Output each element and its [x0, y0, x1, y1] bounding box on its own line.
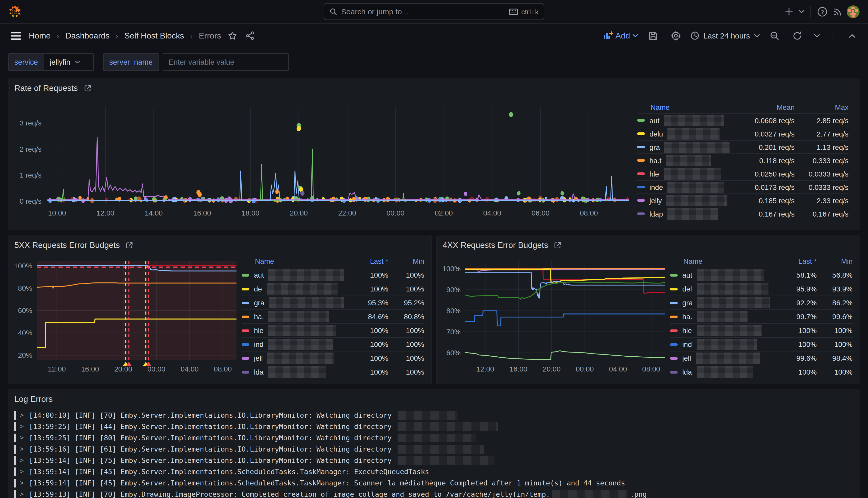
- user-avatar[interactable]: [845, 4, 861, 19]
- log-line[interactable]: > [13:59:25] [INF] [44] Emby.Server.Impl…: [14, 421, 854, 432]
- legend-row: lda 100% 100%: [670, 365, 853, 379]
- legend-value-1: 100%: [348, 271, 388, 279]
- legend-series-name[interactable]: inde: [637, 181, 736, 193]
- panel-title-text: Rate of Requests: [14, 84, 78, 93]
- redacted-text: [398, 433, 476, 442]
- log-line[interactable]: > [13:59:25] [INF] [80] Emby.Server.Impl…: [14, 432, 854, 443]
- legend-col-1[interactable]: Mean: [736, 103, 794, 111]
- redacted-text: [267, 353, 334, 364]
- legend-value-1: 0.201 req/s: [736, 143, 794, 151]
- log-line[interactable]: > [13:59:14] [INF] [45] Emby.Server.Impl…: [14, 466, 854, 477]
- legend-row: ind 100% 100%: [242, 337, 424, 351]
- panel-title-4xx[interactable]: 4XX Requests Error Budgets: [437, 236, 860, 251]
- 5xx-chart[interactable]: 20%40%60%80%100%12:0016:0020:0000:0004:0…: [8, 251, 242, 378]
- rate-chart[interactable]: 0 req/s1 req/s2 req/s3 req/s10:0012:0014…: [8, 94, 635, 223]
- legend-row: hle 0.0250 req/s 0.0333 req/s: [637, 167, 849, 180]
- mega-menu-button[interactable]: [8, 28, 24, 43]
- variable-service-dropdown[interactable]: jellyfin: [44, 53, 94, 71]
- external-link-icon[interactable]: [554, 241, 562, 249]
- legend-row: gra 92.2% 86.2%: [670, 296, 853, 310]
- legend-series-name[interactable]: ha.: [242, 311, 348, 322]
- panel-title-logs[interactable]: Log Errors: [8, 390, 860, 405]
- log-expand-icon[interactable]: >: [20, 411, 24, 419]
- new-menu-button[interactable]: [781, 4, 797, 19]
- legend-col-1[interactable]: Last *: [348, 257, 388, 265]
- help-button[interactable]: ?: [815, 4, 830, 19]
- legend-series-name[interactable]: hle: [242, 325, 348, 336]
- log-line[interactable]: > [13:59:14] [INF] [75] Emby.Server.Impl…: [14, 455, 854, 466]
- grafana-logo[interactable]: [7, 4, 23, 19]
- legend-series-name[interactable]: lda: [242, 366, 348, 378]
- legend-col-2[interactable]: Min: [388, 257, 424, 265]
- legend-row: ind 100% 100%: [670, 337, 853, 351]
- legend-series-name[interactable]: ha.t: [637, 155, 736, 166]
- log-expand-icon[interactable]: >: [20, 457, 24, 464]
- legend-series-name[interactable]: lda: [670, 366, 777, 378]
- search-input[interactable]: Search or jump to... ctrl+k: [324, 3, 544, 20]
- legend-series-name[interactable]: hle: [637, 168, 736, 179]
- collapse-toolbar-button[interactable]: [844, 28, 860, 43]
- log-expand-icon[interactable]: >: [20, 445, 24, 453]
- variable-server-name-input[interactable]: [162, 53, 289, 71]
- legend-value-2: 100%: [817, 368, 853, 376]
- legend-col-name[interactable]: Name: [637, 103, 736, 111]
- news-button[interactable]: [830, 4, 845, 19]
- legend-series-name[interactable]: hle: [670, 325, 777, 336]
- legend-series-name[interactable]: jell: [670, 353, 777, 364]
- breadcrumb-home[interactable]: Home: [29, 31, 51, 40]
- external-link-icon[interactable]: [83, 84, 92, 92]
- legend-series-name[interactable]: aut: [637, 115, 736, 126]
- legend-series-name[interactable]: del: [670, 283, 777, 294]
- share-button[interactable]: [244, 28, 256, 43]
- svg-text:20:00: 20:00: [290, 209, 308, 217]
- legend-series-name[interactable]: ind: [670, 339, 777, 350]
- log-line[interactable]: > [14:00:10] [INF] [70] Emby.Server.Impl…: [14, 409, 854, 421]
- panel-title-rate[interactable]: Rate of Requests: [8, 79, 860, 94]
- log-expand-icon[interactable]: >: [20, 434, 24, 441]
- legend-series-name[interactable]: jell: [242, 353, 348, 364]
- legend-row: lda 100% 100%: [242, 365, 424, 379]
- legend-col-name[interactable]: Name: [242, 257, 348, 265]
- new-menu-chevron[interactable]: [797, 4, 806, 19]
- 4xx-chart[interactable]: 60%70%80%90%100%12:0016:0020:0000:0004:0…: [437, 251, 670, 378]
- add-panel-button[interactable]: Add: [603, 31, 638, 40]
- log-expand-icon[interactable]: >: [20, 479, 24, 486]
- log-line[interactable]: > [13:59:13] [INF] [70] Emby.Drawing.Ima…: [14, 488, 854, 498]
- svg-text:14:00: 14:00: [145, 209, 163, 217]
- series-color-swatch: [242, 329, 249, 332]
- legend-series-name[interactable]: gra: [637, 141, 736, 153]
- refresh-interval-chevron[interactable]: [812, 28, 821, 43]
- legend-series-name[interactable]: de: [242, 283, 348, 294]
- legend-series-name[interactable]: ind: [242, 339, 348, 350]
- log-expand-icon[interactable]: >: [20, 468, 24, 475]
- legend-col-2[interactable]: Max: [794, 103, 849, 111]
- legend-col-name[interactable]: Name: [670, 257, 777, 265]
- time-range-picker[interactable]: Last 24 hours: [691, 31, 760, 40]
- external-link-icon[interactable]: [125, 241, 134, 249]
- log-line[interactable]: > [13:59:16] [INF] [61] Emby.Server.Impl…: [14, 443, 854, 455]
- series-color-swatch: [242, 301, 249, 304]
- log-expand-icon[interactable]: >: [20, 423, 24, 430]
- breadcrumb-self-host-blocks[interactable]: Self Host Blocks: [124, 31, 184, 40]
- refresh-button[interactable]: [789, 28, 805, 43]
- zoom-out-icon: [770, 31, 779, 40]
- log-expand-icon[interactable]: >: [20, 490, 24, 498]
- legend-series-name[interactable]: ha.: [670, 311, 777, 322]
- favorite-button[interactable]: [226, 28, 239, 43]
- breadcrumb-dashboards[interactable]: Dashboards: [65, 31, 110, 40]
- dashboard-settings-button[interactable]: [668, 28, 683, 43]
- legend-col-1[interactable]: Last *: [777, 257, 817, 265]
- series-color-swatch: [637, 159, 645, 162]
- zoom-out-button[interactable]: [767, 28, 782, 43]
- legend-series-name[interactable]: jelly: [637, 195, 736, 206]
- legend-series-name[interactable]: aut: [242, 270, 348, 281]
- legend-series-name[interactable]: ldap: [637, 208, 736, 219]
- legend-col-2[interactable]: Min: [817, 257, 853, 265]
- save-dashboard-button[interactable]: [645, 28, 661, 43]
- legend-series-name[interactable]: aut: [670, 270, 777, 281]
- log-line[interactable]: > [13:59:14] [INF] [45] Emby.Server.Impl…: [14, 477, 854, 488]
- panel-title-5xx[interactable]: 5XX Requests Error Budgets: [8, 236, 431, 251]
- legend-series-name[interactable]: gra: [242, 297, 348, 309]
- legend-series-name[interactable]: gra: [670, 297, 777, 309]
- legend-series-name[interactable]: delu: [637, 128, 736, 139]
